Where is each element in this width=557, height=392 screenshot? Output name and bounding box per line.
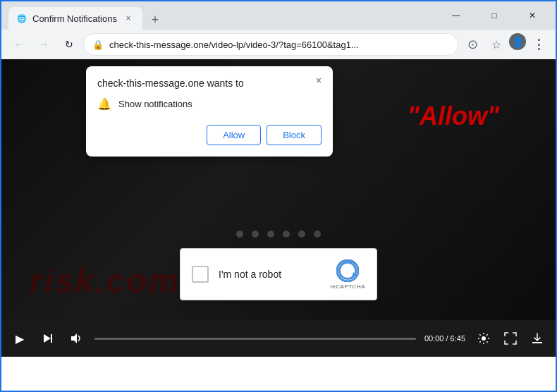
- title-bar: 🌐 Confirm Notifications × + — □ ✕: [1, 1, 556, 30]
- notification-label: Show notifications: [118, 99, 192, 109]
- address-bar[interactable]: 🔒 check-this-message.one/video-lp/video-…: [83, 33, 458, 56]
- site-watermark: risk.com: [30, 262, 180, 300]
- svg-point-5: [482, 336, 486, 341]
- progress-area[interactable]: [94, 338, 416, 340]
- download-button[interactable]: [527, 329, 547, 348]
- bookmark-button[interactable]: ☆: [485, 33, 508, 56]
- svg-marker-3: [44, 334, 51, 343]
- svg-marker-4: [71, 333, 77, 343]
- back-button[interactable]: ←: [7, 33, 30, 56]
- notification-row: 🔔 Show notifications: [97, 97, 322, 111]
- download-icon: [531, 332, 544, 345]
- dot-5: [298, 231, 305, 238]
- recaptcha-widget: I'm not a robot reCAPTCHA: [180, 248, 377, 300]
- allow-overlay-text: "Allow": [408, 102, 499, 131]
- bell-icon: 🔔: [97, 97, 111, 111]
- settings-button[interactable]: [474, 329, 494, 348]
- volume-icon: [70, 332, 82, 345]
- popup-close-button[interactable]: ×: [310, 72, 327, 89]
- download-indicator[interactable]: ⊙: [461, 33, 484, 56]
- window-controls: — □ ✕: [440, 4, 549, 27]
- close-button[interactable]: ✕: [516, 4, 549, 27]
- refresh-button[interactable]: ↻: [58, 33, 80, 56]
- progress-bar-background[interactable]: [94, 338, 416, 340]
- right-controls: [474, 329, 547, 348]
- dot-6: [314, 231, 321, 238]
- browser-window: 🌐 Confirm Notifications × + — □ ✕ ← → ↻ …: [1, 1, 556, 357]
- fullscreen-icon: [504, 332, 517, 345]
- settings-icon: [477, 332, 490, 345]
- dot-3: [267, 231, 274, 238]
- toolbar-actions: ⊙ ☆ 👤 ⋮: [461, 33, 550, 56]
- popup-title: check-this-message.one wants to: [97, 78, 322, 89]
- svg-rect-2: [51, 334, 52, 343]
- profile-icon: 👤: [512, 36, 524, 47]
- captcha-right: reCAPTCHA: [330, 259, 365, 290]
- captcha-checkbox[interactable]: [192, 266, 209, 283]
- video-background: risk.com "Allow" × check-this-message.on…: [1, 59, 556, 357]
- popup-buttons: Allow Block: [97, 125, 322, 145]
- profile-button[interactable]: 👤: [509, 33, 526, 50]
- lock-icon: 🔒: [92, 39, 104, 50]
- volume-button[interactable]: [66, 329, 86, 348]
- new-tab-button[interactable]: +: [145, 10, 165, 30]
- forward-button[interactable]: →: [32, 33, 55, 56]
- video-controls-bar: ▶ 00:00: [1, 320, 556, 357]
- captcha-label: I'm not a robot: [219, 269, 281, 280]
- url-text: check-this-message.one/video-lp/video-3/…: [109, 39, 449, 50]
- browser-content: risk.com "Allow" × check-this-message.on…: [1, 59, 556, 357]
- dot-1: [236, 231, 243, 238]
- recaptcha-brand: reCAPTCHA: [330, 283, 365, 290]
- skip-forward-icon: [42, 332, 54, 345]
- next-button[interactable]: [38, 329, 58, 348]
- notification-popup: × check-this-message.one wants to 🔔 Show…: [86, 66, 333, 157]
- captcha-left: I'm not a robot: [192, 266, 281, 283]
- time-display: 00:00 / 6:45: [424, 334, 465, 343]
- tab-close-button[interactable]: ×: [123, 13, 134, 24]
- play-button[interactable]: ▶: [10, 329, 30, 348]
- allow-button[interactable]: Allow: [207, 125, 261, 145]
- tab-bar: 🌐 Confirm Notifications × +: [8, 1, 440, 30]
- maximize-button[interactable]: □: [478, 4, 510, 27]
- block-button[interactable]: Block: [267, 125, 322, 145]
- recaptcha-logo: [336, 259, 359, 282]
- dot-4: [283, 231, 290, 238]
- browser-toolbar: ← → ↻ 🔒 check-this-message.one/video-lp/…: [1, 30, 556, 59]
- tab-favicon: 🌐: [17, 14, 27, 23]
- dots-decoration: [236, 231, 321, 238]
- menu-button[interactable]: ⋮: [527, 33, 550, 56]
- dot-2: [252, 231, 259, 238]
- active-tab[interactable]: 🌐 Confirm Notifications ×: [8, 7, 142, 30]
- minimize-button[interactable]: —: [440, 4, 472, 27]
- fullscreen-button[interactable]: [501, 329, 520, 348]
- tab-title: Confirm Notifications: [32, 13, 117, 24]
